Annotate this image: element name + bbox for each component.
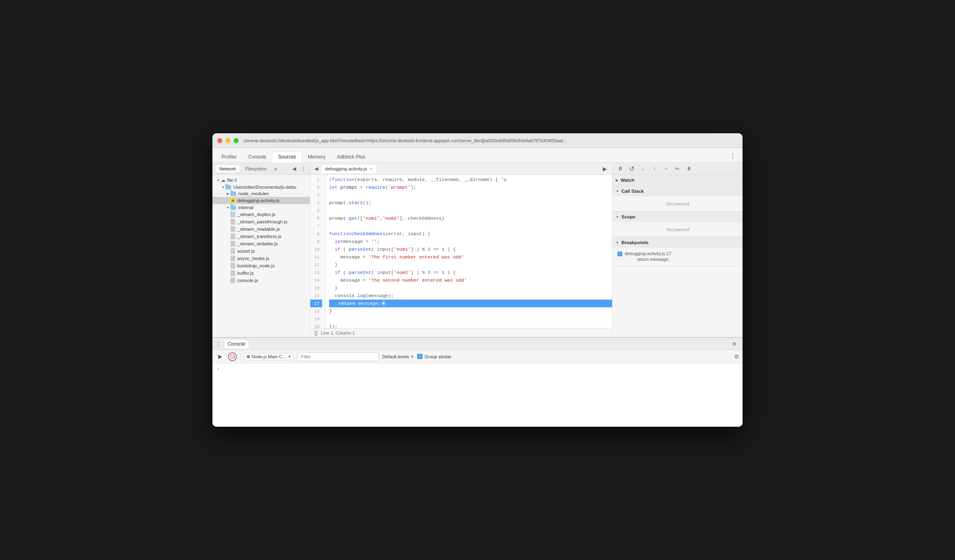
- levels-arrow-icon: ▼: [410, 355, 414, 359]
- debug-step-into-button[interactable]: ↓: [639, 164, 648, 173]
- tree-arrow-node-modules: ▶: [225, 191, 230, 196]
- file-icon-stream-duplex: [230, 212, 235, 217]
- line-num-4: 4: [310, 199, 322, 207]
- console-close-button[interactable]: ✕: [730, 340, 739, 348]
- panel-options-button[interactable]: ⋮: [299, 165, 307, 172]
- titlebar-url: chrome-devtools://devtools/bundled/js_ap…: [243, 138, 738, 143]
- debug-deactivate-button[interactable]: ✏: [673, 164, 682, 173]
- call-stack-not-paused: Not paused: [612, 198, 743, 209]
- line-num-13: 13: [310, 269, 322, 276]
- panel-tab-filesystem[interactable]: Filesystem: [241, 165, 271, 172]
- line-num-7: 7: [310, 222, 322, 230]
- editor-run-button[interactable]: ▶: [599, 165, 610, 173]
- tree-item-stream-writable[interactable]: _stream_writable.js: [212, 240, 310, 247]
- panel-more-button[interactable]: »: [272, 165, 280, 173]
- cloud-icon: ☁: [221, 177, 225, 183]
- tab-profiler[interactable]: Profiler: [216, 152, 243, 162]
- tree-label-async-hooks: async_hooks.js: [237, 256, 270, 261]
- editor-tabs: ◀ debugging-activity.js ✕ ▶: [310, 163, 612, 175]
- console-clear-button[interactable]: 🚫: [228, 352, 237, 361]
- console-drag-handle[interactable]: ⋮: [216, 341, 221, 347]
- close-button[interactable]: [217, 138, 222, 143]
- breakpoint-file: debugging-activity.js:17: [625, 251, 681, 256]
- tree-item-async-hooks[interactable]: async_hooks.js: [212, 255, 310, 262]
- folder-icon-node-modules: [230, 192, 236, 196]
- editor-file-tab[interactable]: debugging-activity.js ✕: [321, 164, 377, 173]
- console-levels-selector[interactable]: Default levels ▼: [382, 354, 414, 359]
- code-line-2: let prompt = require('prompt');: [329, 183, 612, 191]
- tree-item-buffer[interactable]: buffer.js: [212, 269, 310, 277]
- file-icon-bootstrap-node: [230, 263, 235, 269]
- console-filter-input[interactable]: [297, 352, 379, 361]
- tree-arrow-root: ▼: [216, 178, 221, 183]
- tree-item-stream-transform[interactable]: _stream_transform.js: [212, 233, 310, 240]
- tab-adblock[interactable]: Adblock Plus: [331, 152, 371, 162]
- menu-tabs: Profiler Console Sources Memory Adblock …: [212, 148, 743, 163]
- tab-memory[interactable]: Memory: [302, 152, 331, 162]
- code-line-6: prompt.get(['num1','num2'], checkOddness…: [329, 214, 612, 222]
- tab-sources[interactable]: Sources: [272, 151, 302, 163]
- tree-label-stream-readable: _stream_readable.js: [237, 227, 280, 231]
- panel-tab-network[interactable]: Network: [215, 165, 240, 173]
- minimize-button[interactable]: [225, 138, 230, 143]
- debug-resume-button[interactable]: →: [661, 164, 670, 173]
- console-body[interactable]: ›: [212, 363, 743, 427]
- console-toolbar: ▶ 🚫 Node.js Main C... ▼ Default levels ▼…: [212, 350, 743, 363]
- tree-label-node-modules: node_modules: [238, 191, 269, 196]
- line-num-11: 11: [310, 253, 322, 261]
- code-line-7: [329, 222, 612, 230]
- tree-item-root[interactable]: ▼ ☁ file://: [212, 176, 310, 184]
- menu-more-button[interactable]: ⋮: [726, 150, 739, 162]
- console-settings-button[interactable]: ⚙: [734, 353, 739, 360]
- tree-item-users[interactable]: ▼ Users/dee/Documents/js-debu: [212, 184, 310, 190]
- console-separator-1: [240, 353, 241, 360]
- line-num-18: 18: [310, 307, 322, 315]
- traffic-lights: [217, 138, 239, 143]
- tree-label-users: Users/dee/Documents/js-debu: [233, 185, 296, 190]
- tree-item-debugging-activity[interactable]: JS debugging-activity.js: [212, 197, 310, 204]
- tree-item-stream-readable[interactable]: _stream_readable.js: [212, 225, 310, 233]
- console-prompt[interactable]: ›: [217, 366, 738, 372]
- code-line-12: }: [329, 261, 612, 269]
- group-similar-checkbox[interactable]: ✓: [417, 354, 422, 359]
- code-line-19: [329, 315, 612, 323]
- line-num-14: 14: [310, 276, 322, 284]
- tree-item-assert[interactable]: assert.js: [212, 247, 310, 255]
- debug-pause-exception-button[interactable]: ⏸: [684, 164, 693, 173]
- console-tab[interactable]: Console: [224, 340, 249, 348]
- debug-section-call-stack-header[interactable]: ▼ Call Stack: [612, 186, 743, 196]
- code-line-3: [329, 191, 612, 199]
- maximize-button[interactable]: [234, 138, 239, 143]
- tree-item-node-modules[interactable]: ▶ node_modules: [212, 190, 310, 197]
- debug-step-out-button[interactable]: ↑: [650, 164, 659, 173]
- breakpoints-content: ✓ debugging-activity.js:17 return messag…: [612, 248, 743, 266]
- code-content[interactable]: (function (exports, require, module, __f…: [326, 175, 612, 328]
- tree-item-internal[interactable]: ▼ internal: [212, 204, 310, 211]
- tree-item-stream-passthrough[interactable]: _stream_passthrough.js: [212, 218, 310, 225]
- editor-nav-back[interactable]: ◀: [312, 165, 321, 172]
- tree-item-console[interactable]: console.js: [212, 277, 310, 284]
- console-context-selector[interactable]: Node.js Main C... ▼: [244, 353, 294, 360]
- breakpoint-checkbox[interactable]: ✓: [617, 251, 622, 256]
- panel-back-button[interactable]: ◀: [291, 165, 298, 172]
- debug-section-scope-header[interactable]: ▼ Scope: [612, 212, 743, 222]
- tab-console[interactable]: Console: [243, 152, 272, 162]
- scope-label: Scope: [621, 214, 636, 219]
- debug-step-over-button[interactable]: ↺: [627, 164, 636, 173]
- debug-pause-button[interactable]: ⏸: [616, 164, 625, 173]
- center-panel: ◀ debugging-activity.js ✕ ▶ 1 2 3 4 5 6 …: [310, 163, 612, 337]
- tree-label-stream-writable: _stream_writable.js: [237, 241, 278, 246]
- code-line-9: let message = '';: [329, 238, 612, 245]
- debug-section-breakpoints-header[interactable]: ▼ Breakpoints: [612, 237, 743, 248]
- tree-label-debugging-activity: debugging-activity.js: [237, 198, 279, 203]
- tree-label-bootstrap-node: bootstrap_node.js: [237, 263, 274, 268]
- tree-item-bootstrap-node[interactable]: bootstrap_node.js: [212, 262, 310, 269]
- console-run-button[interactable]: ▶: [216, 352, 225, 361]
- tree-label-buffer: buffer.js: [237, 271, 254, 276]
- editor-tab-close[interactable]: ✕: [369, 167, 373, 171]
- line-numbers: 1 2 3 4 5 6 7 8 9 10 11 12 13 14 15 16 1: [310, 175, 326, 328]
- main-area: Network Filesystem » ◀ ⋮ ▼ ☁ file://: [212, 163, 743, 337]
- tree-item-stream-duplex[interactable]: _stream_duplex.js: [212, 211, 310, 218]
- debug-section-watch-header[interactable]: ▶ Watch: [612, 175, 743, 185]
- code-line-4: prompt.start();: [329, 199, 612, 207]
